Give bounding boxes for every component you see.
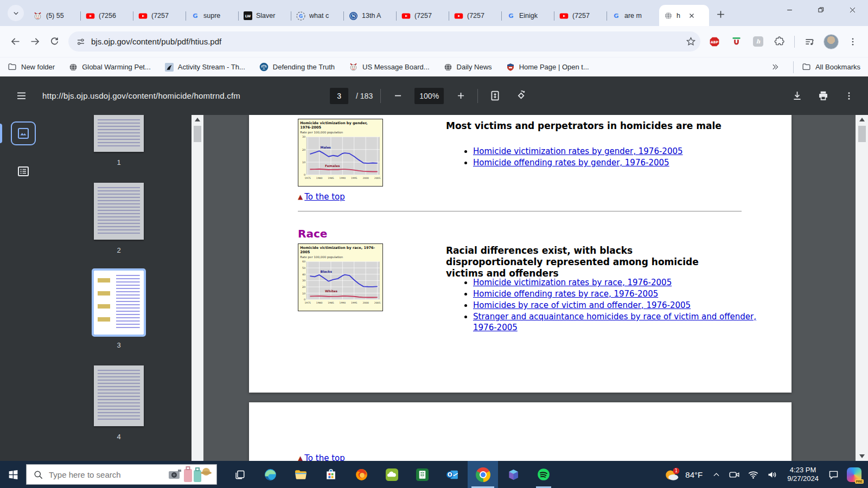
taskbar-explorer-button[interactable] — [285, 461, 316, 488]
fit-to-page-button[interactable] — [486, 87, 504, 105]
outline-view-button[interactable] — [11, 159, 36, 183]
taskbar-store-button[interactable] — [316, 461, 346, 488]
zoom-out-button[interactable] — [388, 87, 407, 105]
network-button[interactable] — [744, 461, 763, 488]
minimize-button[interactable] — [774, 0, 805, 20]
print-button[interactable] — [814, 87, 832, 105]
browser-tab[interactable]: Gwhat c — [291, 5, 343, 26]
bookmark-star-icon[interactable] — [686, 36, 696, 47]
browser-tab[interactable]: (7256 — [81, 5, 133, 26]
to-the-top-link[interactable]: To the top — [304, 192, 345, 202]
adblock-plus-extension-button[interactable]: ABP — [705, 32, 724, 52]
back-button[interactable] — [5, 32, 25, 52]
scroll-up-arrow[interactable] — [195, 118, 200, 121]
address-bar[interactable]: bjs.ojp.gov/content/pub/pdf/htius.pdf — [68, 31, 700, 52]
thumbnails-view-button[interactable] — [11, 121, 36, 145]
meet-now-button[interactable] — [725, 461, 744, 488]
zoom-level[interactable]: 100% — [414, 88, 444, 104]
page-thumbnail-2[interactable]: 2 — [46, 183, 192, 254]
folder-icon — [802, 62, 811, 72]
time-label: 4:23 PM — [787, 466, 819, 474]
start-button[interactable] — [0, 461, 26, 488]
svg-text:30: 30 — [302, 279, 305, 282]
taskbar-reader-button[interactable] — [407, 461, 437, 488]
browser-tab[interactable]: N13th A — [344, 5, 396, 26]
pdf-link[interactable]: Homicide offending rates by race, 1976-2… — [473, 289, 658, 299]
close-button[interactable] — [837, 0, 868, 20]
profile-button[interactable] — [821, 32, 841, 52]
search-input[interactable] — [43, 470, 168, 479]
scrollbar-thumb[interactable] — [858, 126, 866, 142]
honey-extension-button[interactable]: h — [748, 32, 768, 52]
rotate-button[interactable] — [512, 87, 530, 105]
forward-button[interactable] — [25, 32, 44, 52]
pdf-link[interactable]: Homicide offending rates by gender, 1976… — [473, 158, 669, 168]
to-the-top-link[interactable]: To the top — [304, 453, 345, 461]
page-thumbnail-4[interactable]: 4 — [46, 365, 192, 441]
temperature-label[interactable]: 84°F — [684, 470, 708, 479]
browser-tab[interactable]: GEinigk — [502, 5, 554, 26]
race-chart-thumbnail[interactable]: Homicide victimization by race, 1976-200… — [298, 243, 383, 311]
browser-tab[interactable]: (5) 55 — [28, 5, 80, 26]
taskbar-outlook-button[interactable]: O — [437, 461, 468, 488]
browser-tab-active[interactable]: h — [659, 5, 709, 26]
main-scrollbar[interactable] — [856, 115, 868, 461]
browser-tab[interactable]: Gare m — [607, 5, 659, 26]
pdf-more-button[interactable] — [840, 87, 858, 105]
taskbar-kiwi-button[interactable] — [376, 461, 407, 488]
action-center-button[interactable] — [824, 461, 843, 488]
taskbar-edge-button[interactable] — [255, 461, 285, 488]
pdf-link[interactable]: Stranger and acquaintance homicides by r… — [473, 312, 756, 332]
scroll-down-arrow[interactable] — [859, 454, 865, 458]
tray-overflow-button[interactable] — [708, 461, 725, 488]
bookmark-item[interactable]: Activity Stream - Th... — [165, 63, 245, 72]
bookmark-item[interactable]: Home Page | Open t... — [506, 63, 589, 72]
weather-widget[interactable]: 1 — [660, 461, 684, 488]
page-number-input[interactable] — [330, 88, 348, 104]
browser-tab[interactable]: Gsupre — [186, 5, 238, 26]
bookmark-item[interactable]: Global Warming Pet... — [69, 63, 151, 72]
browser-tab[interactable]: (7257 — [449, 5, 501, 26]
bookmark-item[interactable]: US Message Board... — [349, 62, 430, 72]
bookmark-item[interactable]: New folder — [8, 62, 55, 72]
taskbar-firefox-button[interactable] — [346, 461, 376, 488]
sidebar-scrollbar[interactable] — [192, 115, 203, 461]
taskbar-search[interactable] — [26, 464, 217, 485]
pdf-link[interactable]: Homicide victimization rates by race, 19… — [473, 278, 672, 287]
browser-tab[interactable]: (7257 — [133, 5, 186, 26]
extensions-menu-button[interactable] — [770, 32, 789, 52]
reload-button[interactable] — [44, 32, 64, 52]
task-view-button[interactable] — [225, 461, 255, 488]
browser-tab[interactable]: LWSlaver — [239, 5, 291, 26]
browser-menu-button[interactable] — [843, 32, 863, 52]
site-settings-icon[interactable] — [76, 37, 86, 47]
browser-tab[interactable]: (7257 — [397, 5, 449, 26]
tab-close-icon[interactable] — [688, 12, 695, 19]
bookmark-item[interactable]: Daily News — [444, 63, 492, 72]
taskbar-chrome-button[interactable] — [468, 461, 498, 488]
pdf-link[interactable]: Homicides by race of victim and offender… — [473, 300, 691, 310]
page-thumbnail-1[interactable]: 1 — [46, 115, 192, 166]
scrollbar-thumb[interactable] — [194, 126, 201, 142]
page-thumbnail-3[interactable]: 3 — [46, 271, 192, 349]
gender-chart-thumbnail[interactable]: Homicide victimization by gender,1976-20… — [298, 119, 383, 187]
tab-search-button[interactable] — [8, 5, 24, 21]
download-button[interactable] — [788, 87, 806, 105]
media-controls-button[interactable] — [800, 32, 819, 52]
bookmark-item[interactable]: Defending the Truth — [259, 62, 335, 72]
new-tab-button[interactable] — [712, 6, 729, 22]
maximize-button[interactable] — [805, 0, 837, 20]
pdf-menu-button[interactable] — [12, 87, 30, 105]
bookmarks-overflow-button[interactable] — [765, 57, 785, 77]
taskbar-spotify-button[interactable] — [528, 461, 559, 488]
tracker-blocker-extension-button[interactable] — [726, 32, 746, 52]
clock-widget[interactable]: 4:23 PM 9/27/2024 — [782, 466, 824, 483]
copilot-button[interactable]: PRE — [843, 461, 868, 488]
browser-tab[interactable]: (7257 — [554, 5, 607, 26]
taskbar-office-button[interactable] — [498, 461, 528, 488]
zoom-in-button[interactable] — [451, 87, 470, 105]
all-bookmarks-button[interactable]: All Bookmarks — [802, 62, 860, 72]
volume-button[interactable] — [763, 461, 782, 488]
scroll-up-arrow[interactable] — [859, 118, 865, 121]
pdf-link[interactable]: Homicide victimization rates by gender, … — [473, 146, 683, 156]
